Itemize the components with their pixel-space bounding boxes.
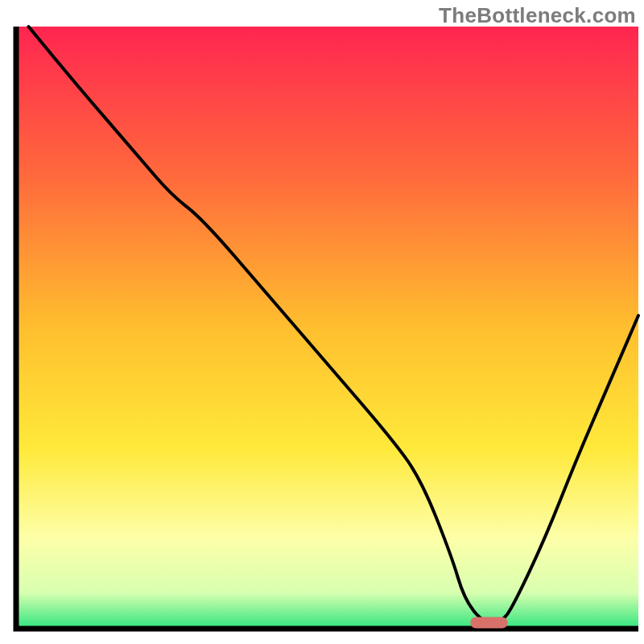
optimal-marker — [470, 617, 507, 629]
chart-container: TheBottleneck.com — [0, 0, 644, 644]
bottleneck-chart — [0, 0, 644, 644]
watermark-text: TheBottleneck.com — [439, 3, 636, 28]
